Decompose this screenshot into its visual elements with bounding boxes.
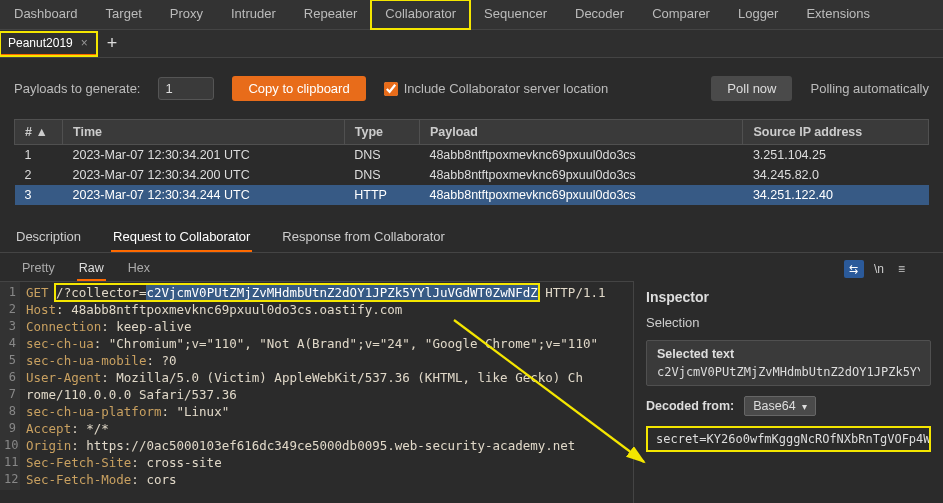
include-label: Include Collaborator server location (404, 81, 609, 96)
nav-intruder[interactable]: Intruder (217, 0, 290, 29)
detail-tab[interactable]: Description (14, 223, 83, 252)
selected-text-card: Selected text c2VjcmV0PUtZMjZvMHdmbUtnZ2… (646, 340, 931, 386)
decoded-from-row: Decoded from: Base64 ▾ (646, 396, 931, 416)
inspector-title: Inspector (646, 289, 931, 305)
line-gutter: 1 2 3 4 5 6 7 8 9 10 11 12 (0, 282, 20, 490)
include-checkbox-input[interactable] (384, 82, 398, 96)
col-header[interactable]: Type (344, 120, 419, 145)
main-split: 1 2 3 4 5 6 7 8 9 10 11 12 GET /?collect… (0, 281, 943, 503)
nav-comparer[interactable]: Comparer (638, 0, 724, 29)
col-header[interactable]: # ▲ (15, 120, 63, 145)
generate-label: Payloads to generate: (14, 81, 140, 96)
interactions-table: # ▲TimeTypePayloadSource IP address 1202… (14, 119, 929, 205)
col-header[interactable]: Time (63, 120, 345, 145)
cell-n: 1 (15, 145, 63, 166)
subtab-label: Peanut2019 (8, 36, 73, 50)
view-tab-hex[interactable]: Hex (126, 257, 152, 281)
controls-bar: Payloads to generate: Copy to clipboard … (0, 58, 943, 119)
decoded-value-box: secret=KY26o0wfmKgggNcROfNXbRnTgVOFp4WY (646, 426, 931, 452)
table-row[interactable]: 12023-Mar-07 12:30:34.201 UTCDNS48abb8nt… (15, 145, 929, 166)
payload-count-input[interactable] (158, 77, 214, 100)
collaborator-subtabs: Peanut2019 × + (0, 30, 943, 58)
selected-text-label: Selected text (657, 347, 920, 361)
request-raw[interactable]: GET /?collector=c2VjcmV0PUtZMjZvMHdmbUtn… (20, 282, 612, 490)
view-tabs: PrettyRawHex ⇆ \n ≡ (0, 253, 943, 281)
cell-n: 2 (15, 165, 63, 185)
nav-repeater[interactable]: Repeater (290, 0, 371, 29)
double-arrow-icon[interactable]: ⇆ (844, 260, 864, 278)
table-row[interactable]: 22023-Mar-07 12:30:34.200 UTCDNS48abb8nt… (15, 165, 929, 185)
subtab-peanut[interactable]: Peanut2019 × (0, 32, 97, 56)
decoded-format-value: Base64 (753, 399, 795, 413)
nav-logger[interactable]: Logger (724, 0, 792, 29)
view-tab-raw[interactable]: Raw (77, 257, 106, 281)
interactions-table-wrap: # ▲TimeTypePayloadSource IP address 1202… (0, 119, 943, 205)
cell-type: DNS (344, 165, 419, 185)
col-header[interactable]: Payload (419, 120, 742, 145)
col-header[interactable]: Source IP address (743, 120, 929, 145)
nav-sequencer[interactable]: Sequencer (470, 0, 561, 29)
nav-proxy[interactable]: Proxy (156, 0, 217, 29)
nav-target[interactable]: Target (92, 0, 156, 29)
cell-type: HTTP (344, 185, 419, 205)
cell-type: DNS (344, 145, 419, 166)
cell-time: 2023-Mar-07 12:30:34.201 UTC (63, 145, 345, 166)
close-icon[interactable]: × (81, 36, 88, 50)
nav-dashboard[interactable]: Dashboard (0, 0, 92, 29)
decoded-format-select[interactable]: Base64 ▾ (744, 396, 815, 416)
detail-tab[interactable]: Response from Collaborator (280, 223, 447, 252)
poll-now-button[interactable]: Poll now (711, 76, 792, 101)
cell-ip: 34.245.82.0 (743, 165, 929, 185)
newline-icon[interactable]: \n (870, 262, 888, 276)
inspector-selection-label: Selection (646, 315, 931, 330)
cell-payload: 48abb8ntftpoxmevknc69pxuul0do3cs (419, 185, 742, 205)
chevron-down-icon: ▾ (802, 401, 807, 412)
cell-time: 2023-Mar-07 12:30:34.244 UTC (63, 185, 345, 205)
cell-n: 3 (15, 185, 63, 205)
add-tab-button[interactable]: + (97, 33, 128, 54)
view-icons: ⇆ \n ≡ (844, 260, 923, 278)
copy-to-clipboard-button[interactable]: Copy to clipboard (232, 76, 365, 101)
menu-icon[interactable]: ≡ (894, 262, 909, 276)
cell-time: 2023-Mar-07 12:30:34.200 UTC (63, 165, 345, 185)
nav-decoder[interactable]: Decoder (561, 0, 638, 29)
decoded-from-label: Decoded from: (646, 399, 734, 413)
cell-ip: 34.251.122.40 (743, 185, 929, 205)
cell-ip: 3.251.104.25 (743, 145, 929, 166)
cell-payload: 48abb8ntftpoxmevknc69pxuul0do3cs (419, 145, 742, 166)
inspector-panel: Inspector Selection Selected text c2Vjcm… (633, 281, 943, 503)
request-panel: 1 2 3 4 5 6 7 8 9 10 11 12 GET /?collect… (0, 281, 633, 503)
cell-payload: 48abb8ntftpoxmevknc69pxuul0do3cs (419, 165, 742, 185)
nav-extensions[interactable]: Extensions (792, 0, 884, 29)
polling-status: Polling automatically (810, 81, 929, 96)
detail-tab[interactable]: Request to Collaborator (111, 223, 252, 252)
nav-collaborator[interactable]: Collaborator (371, 0, 470, 29)
selected-text-value: c2VjcmV0PUtZMjZvMHdmbUtnZ2dOY1JPZk5YYlJu… (657, 365, 920, 379)
detail-tabs: DescriptionRequest to CollaboratorRespon… (0, 217, 943, 253)
include-location-checkbox[interactable]: Include Collaborator server location (384, 81, 609, 96)
main-nav: DashboardTargetProxyIntruderRepeaterColl… (0, 0, 943, 30)
table-row[interactable]: 32023-Mar-07 12:30:34.244 UTCHTTP48abb8n… (15, 185, 929, 205)
view-tab-pretty[interactable]: Pretty (20, 257, 57, 281)
